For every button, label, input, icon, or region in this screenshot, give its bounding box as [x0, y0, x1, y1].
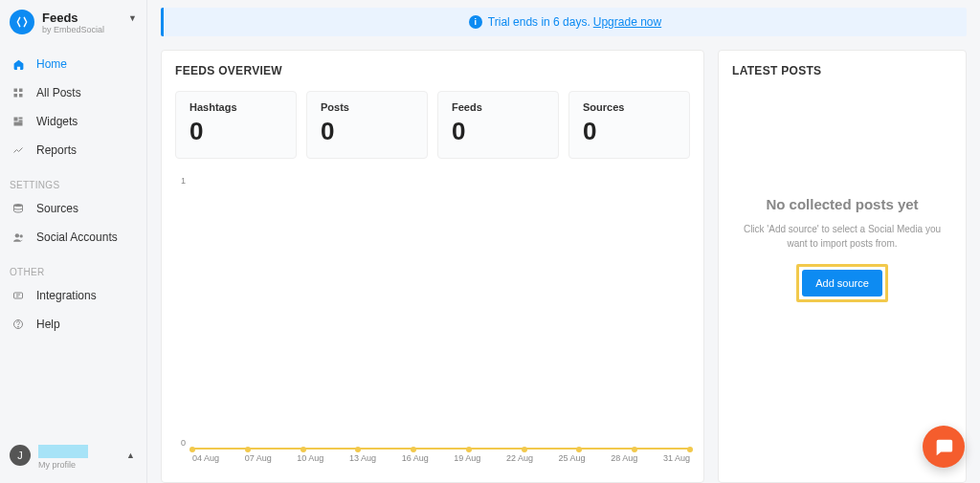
- avatar: J: [10, 445, 31, 466]
- svg-rect-5: [19, 118, 23, 120]
- x-tick: 07 Aug: [245, 453, 272, 463]
- svg-point-13: [18, 326, 19, 327]
- main: i Trial ends in 6 days. Upgrade now FEED…: [147, 0, 980, 483]
- home-icon: [10, 58, 27, 71]
- stat-value: 0: [583, 117, 676, 146]
- upgrade-link[interactable]: Upgrade now: [593, 15, 661, 29]
- stat-feeds: Feeds 0: [437, 91, 559, 159]
- nav-label: Home: [36, 57, 67, 71]
- profile-menu[interactable]: J My profile ▲: [0, 437, 146, 483]
- nav-all-posts[interactable]: All Posts: [0, 78, 146, 107]
- brand-byline: by EmbedSocial: [42, 25, 104, 34]
- trial-banner: i Trial ends in 6 days. Upgrade now: [161, 8, 967, 36]
- data-point: [632, 447, 637, 452]
- stat-value: 0: [452, 117, 545, 146]
- feeds-overview-panel: FEEDS OVERVIEW Hashtags 0 Posts 0 Feeds …: [161, 50, 704, 483]
- data-point: [301, 447, 306, 452]
- data-point: [466, 447, 472, 452]
- stat-sources: Sources 0: [568, 91, 690, 159]
- data-point: [355, 447, 361, 452]
- nav-sources[interactable]: Sources: [0, 194, 146, 223]
- svg-point-10: [19, 234, 22, 237]
- nav-help[interactable]: Help: [0, 310, 146, 339]
- nav-label: Reports: [36, 143, 77, 157]
- brand-logo-icon: [10, 10, 34, 34]
- users-icon: [10, 231, 27, 244]
- x-tick: 04 Aug: [192, 453, 219, 463]
- svg-rect-0: [14, 89, 18, 93]
- info-icon: i: [469, 15, 482, 29]
- panel-title: FEEDS OVERVIEW: [175, 64, 690, 77]
- stat-hashtags: Hashtags 0: [175, 91, 297, 159]
- svg-rect-2: [14, 94, 18, 98]
- stat-value: 0: [321, 117, 413, 146]
- nav-label: Integrations: [36, 289, 97, 302]
- nav-label: Sources: [36, 202, 78, 215]
- chevron-up-icon: ▲: [126, 450, 135, 460]
- reports-icon: [10, 144, 27, 156]
- nav: Home All Posts Widgets Reports SE: [0, 40, 146, 339]
- brand-name: Feeds: [42, 11, 104, 25]
- x-tick: 22 Aug: [506, 453, 533, 463]
- data-point: [687, 447, 693, 452]
- x-tick: 10 Aug: [297, 453, 323, 463]
- svg-rect-1: [19, 89, 23, 93]
- help-icon: [10, 318, 27, 330]
- svg-rect-3: [19, 94, 23, 98]
- stat-posts: Posts 0: [306, 91, 428, 159]
- data-point: [576, 447, 582, 452]
- nav-social-accounts[interactable]: Social Accounts: [0, 223, 146, 252]
- latest-posts-panel: LATEST POSTS No collected posts yet Clic…: [718, 50, 967, 483]
- data-point: [245, 447, 251, 452]
- x-tick: 28 Aug: [611, 453, 637, 463]
- data-point: [522, 447, 527, 452]
- x-tick: 25 Aug: [559, 453, 586, 463]
- nav-label: Social Accounts: [36, 231, 118, 244]
- svg-rect-4: [14, 118, 18, 121]
- nav-integrations[interactable]: Integrations: [0, 281, 146, 310]
- stats-row: Hashtags 0 Posts 0 Feeds 0 Sources 0: [175, 91, 690, 159]
- widgets-icon: [10, 116, 27, 127]
- trial-text: Trial ends in 6 days.: [488, 15, 590, 29]
- empty-desc: Click 'Add source' to select a Social Me…: [737, 222, 947, 251]
- nav-label: All Posts: [36, 86, 81, 99]
- x-tick: 16 Aug: [402, 453, 429, 463]
- sources-icon: [10, 203, 27, 214]
- x-axis: [192, 448, 690, 450]
- x-tick: 19 Aug: [454, 453, 480, 463]
- nav-section-other: OTHER: [0, 252, 146, 281]
- add-source-highlight: Add source: [796, 264, 888, 302]
- stat-value: 0: [189, 117, 282, 146]
- svg-point-8: [14, 204, 23, 207]
- intercom-launcher[interactable]: [923, 426, 965, 468]
- svg-rect-6: [19, 121, 23, 122]
- posts-chart: 1 0 04 Aug07 Aug10 Aug13 Aug16 Aug19 Aug…: [175, 176, 690, 469]
- integrations-icon: [10, 290, 27, 301]
- posts-icon: [10, 87, 27, 99]
- panel-title: LATEST POSTS: [732, 64, 952, 77]
- brand-switcher[interactable]: Feeds by EmbedSocial ▼: [0, 0, 146, 40]
- nav-reports[interactable]: Reports: [0, 136, 146, 165]
- empty-title: No collected posts yet: [766, 196, 918, 212]
- svg-rect-7: [14, 122, 23, 126]
- svg-rect-11: [14, 293, 23, 298]
- sidebar: Feeds by EmbedSocial ▼ Home All Posts: [0, 0, 147, 483]
- svg-point-9: [14, 233, 18, 237]
- nav-home[interactable]: Home: [0, 50, 146, 78]
- x-tick: 31 Aug: [663, 453, 690, 463]
- chevron-down-icon: ▼: [128, 13, 137, 23]
- stat-label: Hashtags: [189, 101, 282, 113]
- stat-label: Posts: [321, 101, 413, 113]
- nav-label: Help: [36, 318, 60, 331]
- x-ticks: 04 Aug07 Aug10 Aug13 Aug16 Aug19 Aug22 A…: [192, 453, 690, 463]
- x-tick: 13 Aug: [349, 453, 376, 463]
- data-point: [411, 447, 416, 452]
- nav-widgets[interactable]: Widgets: [0, 107, 146, 136]
- nav-section-settings: SETTINGS: [0, 165, 146, 194]
- data-point: [189, 447, 195, 452]
- add-source-button[interactable]: Add source: [802, 270, 882, 296]
- profile-name-redacted: [38, 445, 88, 458]
- stat-label: Sources: [583, 101, 676, 113]
- y-tick: 0: [181, 438, 186, 448]
- stat-label: Feeds: [452, 101, 545, 113]
